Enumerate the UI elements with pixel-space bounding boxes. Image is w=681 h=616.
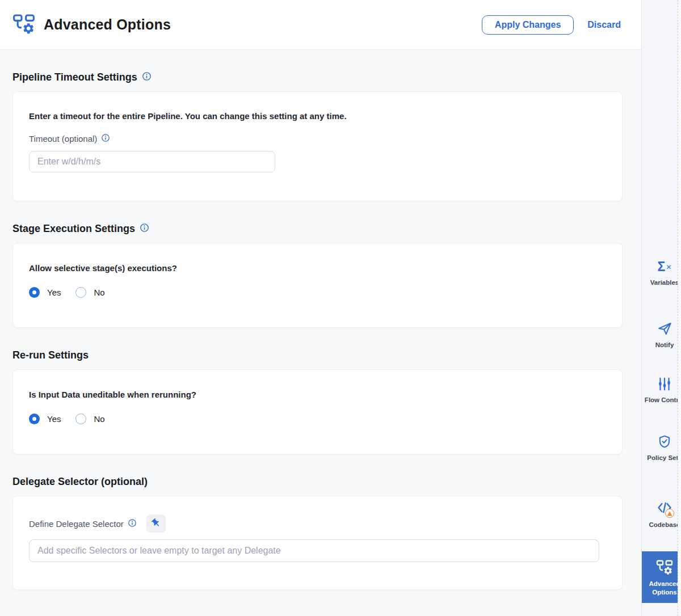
header: Advanced Options Apply Changes Discard [0, 0, 641, 50]
radio-option-no[interactable]: No [75, 287, 104, 298]
main-panel: Advanced Options Apply Changes Discard P… [0, 0, 641, 616]
advanced-options-icon [12, 12, 35, 37]
radio-option-yes[interactable]: Yes [29, 287, 61, 298]
timeout-input[interactable] [29, 151, 275, 172]
delegate-selector-input[interactable] [29, 539, 599, 562]
sidebar-item-variables[interactable]: Σ✕ Variables [642, 260, 681, 287]
timeout-label-text: Timeout (optional) [29, 134, 97, 144]
pin-icon [151, 518, 161, 530]
radio-yes-label: Yes [47, 414, 61, 424]
sidebar-item-label: Codebase [642, 521, 681, 529]
sidebar-item-codebase[interactable]: Codebase [642, 500, 681, 529]
sidebar-item-flow-control[interactable]: Flow Control [642, 377, 681, 404]
stage-execution-card: Allow selective stage(s) executions? Yes… [12, 243, 623, 328]
pipeline-timeout-card: Enter a timeout for the entire Pipeline.… [12, 91, 623, 201]
radio-selected-icon[interactable] [29, 414, 40, 424]
radio-yes-label: Yes [47, 288, 61, 297]
delegate-selector-heading: Delegate Selector (optional) [12, 476, 623, 488]
stage-execution-heading: Stage Execution Settings [12, 223, 623, 235]
radio-unselected-icon[interactable] [75, 414, 86, 424]
page-title: Advanced Options [44, 16, 171, 33]
timeout-description: Enter a timeout for the entire Pipeline.… [29, 111, 606, 121]
radio-option-yes[interactable]: Yes [29, 414, 61, 424]
pin-button[interactable] [146, 514, 166, 533]
apply-changes-button[interactable]: Apply Changes [482, 15, 574, 35]
info-icon[interactable] [142, 71, 151, 83]
sigma-x-icon: Σ✕ [642, 260, 681, 274]
flowchart-gear-icon [646, 559, 681, 576]
right-sidebar: Σ✕ Variables Notify Flow Control [641, 0, 681, 616]
paper-plane-icon [642, 321, 681, 336]
rerun-radio-group: Yes No [29, 414, 606, 424]
stage-execution-radio-group: Yes No [29, 287, 606, 298]
sidebar-item-label: Notify [642, 341, 681, 349]
pipeline-timeout-heading: Pipeline Timeout Settings [12, 71, 623, 83]
advanced-options-content: Pipeline Timeout Settings Enter a timeou… [0, 50, 641, 616]
timeout-label: Timeout (optional) [29, 134, 606, 144]
radio-unselected-icon[interactable] [75, 287, 86, 298]
radio-no-label: No [94, 288, 104, 297]
warning-badge-icon [665, 509, 674, 518]
radio-option-no[interactable]: No [75, 414, 104, 424]
radio-no-label: No [94, 414, 104, 424]
panel-edge-divider[interactable] [678, 0, 681, 616]
delegate-selector-heading-label: Delegate Selector (optional) [12, 476, 148, 488]
sidebar-item-label: Policy Sets [642, 454, 681, 462]
discard-button[interactable]: Discard [587, 20, 621, 30]
pipeline-timeout-heading-label: Pipeline Timeout Settings [12, 71, 137, 83]
shield-check-icon [642, 434, 681, 449]
radio-selected-icon[interactable] [29, 287, 40, 298]
sidebar-item-label: Flow Control [642, 396, 681, 404]
rerun-heading: Re-run Settings [12, 349, 623, 361]
rerun-heading-label: Re-run Settings [12, 349, 89, 361]
info-icon[interactable] [102, 134, 110, 144]
code-warning-icon [642, 500, 681, 516]
delegate-label-text: Define Delegate Selector [29, 519, 124, 529]
info-icon[interactable] [140, 223, 149, 235]
rerun-card: Is Input Data uneditable when rerunning?… [12, 369, 623, 454]
sidebar-item-label: Advanced Options [646, 580, 681, 597]
stage-execution-heading-label: Stage Execution Settings [12, 223, 135, 235]
sidebar-item-advanced-options[interactable]: Advanced Options [642, 551, 678, 603]
sliders-icon [642, 377, 681, 391]
sidebar-item-label: Variables [642, 279, 681, 287]
delegate-selector-card: Define Delegate Selector [12, 496, 623, 590]
sidebar-item-notify[interactable]: Notify [642, 321, 681, 349]
delegate-label: Define Delegate Selector [29, 519, 136, 529]
stage-execution-question: Allow selective stage(s) executions? [29, 263, 606, 273]
sidebar-item-policy-sets[interactable]: Policy Sets [642, 434, 681, 462]
info-icon[interactable] [128, 519, 136, 529]
rerun-question: Is Input Data uneditable when rerunning? [29, 390, 606, 399]
